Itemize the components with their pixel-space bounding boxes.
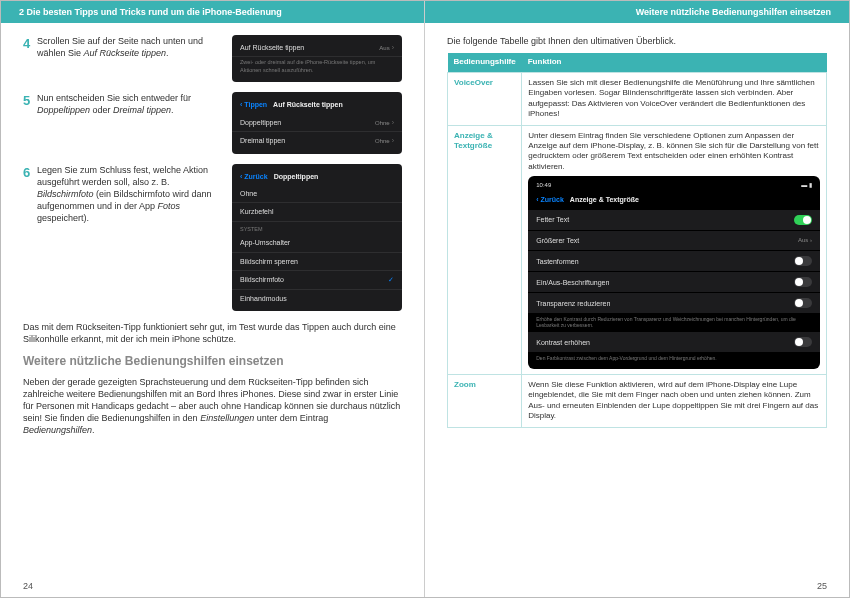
chevron-right-icon: ›	[392, 44, 394, 51]
cell-voiceover-name: VoiceOver	[448, 72, 522, 125]
content-left: 4 Scrollen Sie auf der Seite nach unten …	[1, 23, 424, 452]
phone6-sys4: Einhandmodus	[232, 290, 402, 307]
step-5-image: ‹ Tippen Auf Rückseite tippen Doppeltipp…	[232, 92, 402, 153]
pi-row-tastenformen: Tastenformen	[528, 251, 820, 272]
table-row-voiceover: VoiceOver Lassen Sie sich mit dieser Bed…	[448, 72, 827, 125]
phone-snippet-4: Auf Rückseite tippen Aus› Zwei- oder dre…	[232, 35, 402, 82]
pi-status: 10:49 ▬ ▮	[528, 180, 820, 192]
page-number-left: 24	[23, 581, 33, 591]
step-4-num: 4	[23, 35, 37, 53]
chevron-right-icon: ›	[392, 119, 394, 126]
phone-snippet-6: ‹ Zurück Doppeltippen Ohne Kurzbefehl Sy…	[232, 164, 402, 311]
toggle-off-icon	[794, 256, 812, 266]
th-bedienungshilfe: Bedienungshilfe	[448, 53, 522, 72]
step-6: 6 Legen Sie zum Schluss fest, welche Akt…	[23, 164, 402, 311]
page-left: 2 Die besten Tipps und Tricks rund um di…	[1, 1, 425, 597]
phone5-row1: Doppeltippen Ohne›	[232, 114, 402, 132]
check-icon: ✓	[388, 275, 394, 284]
content-right: Die folgende Tabelle gibt Ihnen den ulti…	[425, 23, 849, 436]
phone5-row2: Dreimal tippen Ohne›	[232, 132, 402, 149]
pi-note2: Den Farbkontrast zwischen dem App-Vorder…	[528, 353, 820, 365]
toggle-off-icon	[794, 298, 812, 308]
pi-row-einaus: Ein/Aus-Beschriftungen	[528, 272, 820, 293]
chevron-right-icon: ›	[392, 137, 394, 144]
phone6-label: System	[232, 222, 402, 234]
header-right: Weitere nützliche Bedienungshilfen einse…	[425, 1, 849, 23]
signal-icon: ▬ ▮	[801, 182, 812, 190]
step-5-text: Nun entscheiden Sie sich entweder für Do…	[37, 92, 232, 116]
phone6-sys1: App-Umschalter	[232, 234, 402, 252]
th-funktion: Funktion	[522, 53, 827, 72]
pi-row-transparenz: Transparenz reduzieren	[528, 293, 820, 314]
table-header-row: Bedienungshilfe Funktion	[448, 53, 827, 72]
book-spread: 2 Die besten Tipps und Tricks rund um di…	[0, 0, 850, 598]
step-6-num: 6	[23, 164, 37, 182]
pi-head: ‹ Zurück Anzeige & Textgröße	[528, 192, 820, 210]
pi-row-fetter-text: Fetter Text	[528, 210, 820, 231]
phone6-sys3: Bildschirmfoto✓	[232, 271, 402, 289]
header-left-text: 2 Die besten Tipps und Tricks rund um di…	[19, 7, 282, 17]
back-link: ‹ Zurück	[240, 172, 268, 181]
step-4-image: Auf Rückseite tippen Aus› Zwei- oder dre…	[232, 35, 402, 82]
phone4-sub: Zwei- oder dreimal auf die iPhone-Rückse…	[232, 57, 402, 78]
phone6-row2: Kurzbefehl	[232, 203, 402, 221]
table-row-zoom: Zoom Wenn Sie diese Funktion aktivieren,…	[448, 375, 827, 428]
phone6-row1: Ohne	[232, 185, 402, 203]
pi-note1: Erhöhe den Kontrast durch Reduzieren von…	[528, 314, 820, 332]
phone6-head: ‹ Zurück Doppeltippen	[232, 168, 402, 185]
header-left: 2 Die besten Tipps und Tricks rund um di…	[1, 1, 424, 23]
step-4: 4 Scrollen Sie auf der Seite nach unten …	[23, 35, 402, 82]
para-bedienungshilfen: Neben der gerade gezeigten Sprachsteueru…	[23, 376, 402, 437]
back-link: ‹ Zurück	[536, 195, 564, 204]
page-number-right: 25	[817, 581, 827, 591]
toggle-off-icon	[794, 337, 812, 347]
step-4-text: Scrollen Sie auf der Seite nach unten un…	[37, 35, 232, 59]
cell-zoom-name: Zoom	[448, 375, 522, 428]
cell-zoom-desc: Wenn Sie diese Funktion aktivieren, wird…	[522, 375, 827, 428]
step-6-text: Legen Sie zum Schluss fest, welche Aktio…	[37, 164, 232, 225]
toggle-on-icon	[794, 215, 812, 225]
cell-anzeige-desc: Unter diesem Eintrag finden Sie verschie…	[522, 125, 827, 375]
toggle-off-icon	[794, 277, 812, 287]
phone-anzeige-screenshot: 10:49 ▬ ▮ ‹ Zurück Anzeige & Textgröße F…	[528, 176, 820, 369]
phone5-head: ‹ Tippen Auf Rückseite tippen	[232, 96, 402, 113]
back-link: ‹ Tippen	[240, 100, 267, 109]
step-5: 5 Nun entscheiden Sie sich entweder für …	[23, 92, 402, 153]
phone-snippet-5: ‹ Tippen Auf Rückseite tippen Doppeltipp…	[232, 92, 402, 153]
intro-right: Die folgende Tabelle gibt Ihnen den ulti…	[447, 35, 827, 47]
header-right-text: Weitere nützliche Bedienungshilfen einse…	[636, 7, 831, 17]
phone4-row1: Auf Rückseite tippen Aus›	[232, 39, 402, 57]
step-6-image: ‹ Zurück Doppeltippen Ohne Kurzbefehl Sy…	[232, 164, 402, 311]
pi-row-groesserer-text: Größerer Text Aus ›	[528, 231, 820, 251]
pi-row-kontrast: Kontrast erhöhen	[528, 332, 820, 353]
page-right: Weitere nützliche Bedienungshilfen einse…	[425, 1, 849, 597]
table-bedienungshilfen: Bedienungshilfe Funktion VoiceOver Lasse…	[447, 53, 827, 427]
para-rueckseite: Das mit dem Rückseiten-Tipp funktioniert…	[23, 321, 402, 345]
cell-anzeige-name: Anzeige & Textgröße	[448, 125, 522, 375]
cell-voiceover-desc: Lassen Sie sich mit dieser Bedienungshil…	[522, 72, 827, 125]
heading-bedienungshilfen: Weitere nützliche Bedienungshilfen einse…	[23, 353, 402, 369]
step-5-num: 5	[23, 92, 37, 110]
phone6-sys2: Bildschirm sperren	[232, 253, 402, 271]
table-row-anzeige: Anzeige & Textgröße Unter diesem Eintrag…	[448, 125, 827, 375]
